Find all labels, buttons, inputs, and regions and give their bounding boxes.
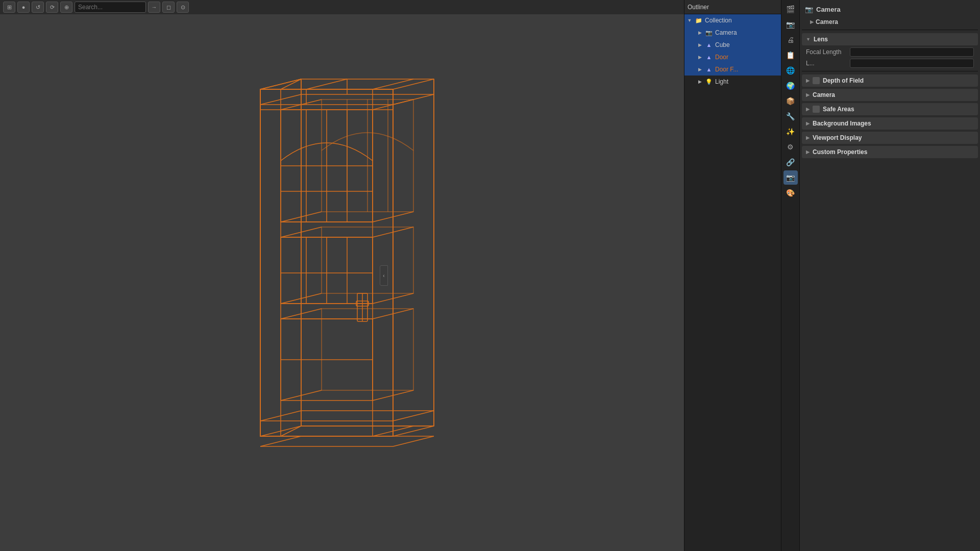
outliner-item-door[interactable]: ▶ ▲ Door xyxy=(684,51,781,63)
world-props-btn[interactable]: 🌍 xyxy=(783,79,798,93)
camera-section-label: Camera xyxy=(813,91,835,98)
camera-label: Camera xyxy=(715,29,779,36)
svg-line-66 xyxy=(393,436,434,446)
svg-line-5 xyxy=(393,426,434,436)
mode-select-btn[interactable]: ⊞ xyxy=(3,2,15,13)
svg-line-16 xyxy=(373,79,413,89)
cube-label: Cube xyxy=(715,41,779,48)
scene-props-btn[interactable]: 🎬 xyxy=(783,2,798,16)
camera-expand-icon: ▶ xyxy=(810,19,814,24)
door-frame-mesh-icon: ▲ xyxy=(705,65,713,73)
door-label: Door xyxy=(715,54,779,61)
divider-2 xyxy=(802,71,978,71)
constraints-props-btn[interactable]: 🔗 xyxy=(783,155,798,169)
door-frame-label: Door F... xyxy=(715,66,779,73)
light-icon: 💡 xyxy=(705,78,713,86)
section-depth-of-field[interactable]: ▶ Depth of Field xyxy=(802,74,978,87)
scene2-props-btn[interactable]: 🌐 xyxy=(783,63,798,78)
expand-arrow-collection[interactable]: ▼ xyxy=(687,17,693,23)
light-label: Light xyxy=(715,78,779,85)
render-props-btn[interactable]: 📷 xyxy=(783,17,798,32)
outliner-item-camera[interactable]: ▶ 📷 Camera xyxy=(684,27,781,39)
modifiers-props-btn[interactable]: 🔧 xyxy=(783,109,798,123)
svg-line-19 xyxy=(393,411,434,421)
snap-btn[interactable]: ⟳ xyxy=(46,2,58,13)
view-layer-props-btn[interactable]: 📋 xyxy=(783,48,798,62)
lens-label: Lens xyxy=(814,36,828,43)
viewport-display-label: Viewport Display xyxy=(813,134,862,141)
props-icon-sidebar: 🎬 📷 🖨 📋 🌐 🌍 📦 🔧 ✨ ⚙ 🔗 📷 🎨 xyxy=(781,0,800,551)
top-toolbar: ⊞ ● ↺ ⟳ ⊕ → ◻ ⊙ xyxy=(0,0,684,14)
view-btn[interactable]: ● xyxy=(17,2,30,13)
safe-areas-checkbox[interactable] xyxy=(813,106,820,113)
door-mesh-icon: ▲ xyxy=(705,53,713,61)
viewport-shading-btn[interactable]: ◻ xyxy=(162,2,175,13)
expand-arrow-light[interactable]: ▶ xyxy=(697,79,703,85)
svg-line-65 xyxy=(260,436,301,446)
collection-label: Collection xyxy=(705,17,779,24)
expand-arrow-cube[interactable]: ▶ xyxy=(697,42,703,48)
outliner-item-light[interactable]: ▶ 💡 Light xyxy=(684,76,781,88)
props-content: 📷 Camera ▶ Camera ▼ Lens Focal Length xyxy=(800,0,980,551)
svg-line-60 xyxy=(260,79,301,89)
outliner-item-door-frame[interactable]: ▶ ▲ Door F... xyxy=(684,63,781,76)
overlay-btn[interactable]: ⊙ xyxy=(177,2,189,13)
lens-unit-label: L... xyxy=(806,60,847,67)
viewport[interactable]: ⊞ ● ↺ ⟳ ⊕ → ◻ ⊙ xyxy=(0,0,684,551)
object-props-btn[interactable]: 📦 xyxy=(783,94,798,108)
svg-line-13 xyxy=(281,426,301,436)
right-panels: Outliner ▼ 📁 Collection ▶ 📷 Camera ▶ ▲ C… xyxy=(684,0,980,551)
focal-length-value[interactable] xyxy=(850,47,974,57)
svg-line-70 xyxy=(306,79,347,89)
safe-areas-label: Safe Areas xyxy=(823,106,854,113)
section-safe-areas[interactable]: ▶ Safe Areas xyxy=(802,103,978,115)
props-header: 📷 Camera xyxy=(802,2,978,16)
nav-btn[interactable]: → xyxy=(148,2,160,13)
svg-rect-8 xyxy=(260,105,393,110)
camera-subheader-label: Camera xyxy=(816,18,838,26)
divider-1 xyxy=(802,30,978,30)
section-camera[interactable]: ▶ Camera xyxy=(802,89,978,101)
outliner-header: Outliner xyxy=(684,0,781,14)
rotate-btn[interactable]: ↺ xyxy=(32,2,44,13)
props-subheader[interactable]: ▶ Camera xyxy=(802,16,978,28)
lens-unit-value[interactable] xyxy=(850,59,974,68)
material-props-btn[interactable]: 🎨 xyxy=(783,186,798,200)
section-lens[interactable]: ▼ Lens xyxy=(802,33,978,45)
dof-checkbox[interactable] xyxy=(813,77,820,84)
expand-arrow-door[interactable]: ▶ xyxy=(697,54,703,60)
custom-props-chevron: ▶ xyxy=(806,149,810,155)
physics-props-btn[interactable]: ⚙ xyxy=(783,140,798,154)
outliner-item-cube[interactable]: ▶ ▲ Cube xyxy=(684,39,781,51)
section-custom-props[interactable]: ▶ Custom Properties xyxy=(802,146,978,158)
outliner-item-collection[interactable]: ▼ 📁 Collection xyxy=(684,14,781,27)
camera-icon: 📷 xyxy=(705,29,713,37)
safe-areas-chevron: ▶ xyxy=(806,107,810,112)
expand-arrow-door-frame[interactable]: ▶ xyxy=(697,66,703,72)
section-background[interactable]: ▶ Background Images xyxy=(802,117,978,130)
data-props-btn[interactable]: 📷 xyxy=(783,170,798,185)
props-header-label: Camera xyxy=(816,6,841,13)
output-props-btn[interactable]: 🖨 xyxy=(783,33,798,47)
expand-arrow-camera[interactable]: ▶ xyxy=(697,30,703,36)
svg-line-3 xyxy=(393,79,434,89)
lens-unit-row: L... xyxy=(802,58,978,69)
properties-panel: 🎬 📷 🖨 📋 🌐 🌍 📦 🔧 ✨ ⚙ 🔗 📷 🎨 📷 Camera ▶ xyxy=(781,0,980,551)
particles-props-btn[interactable]: ✨ xyxy=(783,124,798,139)
door-wireframe-svg xyxy=(219,74,464,492)
viewport-display-chevron: ▶ xyxy=(806,135,810,140)
outliner-title: Outliner xyxy=(688,4,709,11)
focal-length-row: Focal Length xyxy=(802,46,978,58)
section-viewport-display[interactable]: ▶ Viewport Display xyxy=(802,132,978,144)
transform-btn[interactable]: ⊕ xyxy=(60,2,72,13)
dof-label: Depth of Field xyxy=(823,77,864,84)
toolbar-search-input[interactable] xyxy=(75,2,146,13)
focal-length-label: Focal Length xyxy=(806,48,847,56)
dof-chevron: ▶ xyxy=(806,78,810,83)
camera-chevron: ▶ xyxy=(806,92,810,97)
background-chevron: ▶ xyxy=(806,121,810,126)
background-label: Background Images xyxy=(813,120,871,127)
collection-icon: 📁 xyxy=(695,16,703,24)
custom-props-label: Custom Properties xyxy=(813,148,867,156)
panel-toggle-btn[interactable]: ‹ xyxy=(380,265,388,286)
